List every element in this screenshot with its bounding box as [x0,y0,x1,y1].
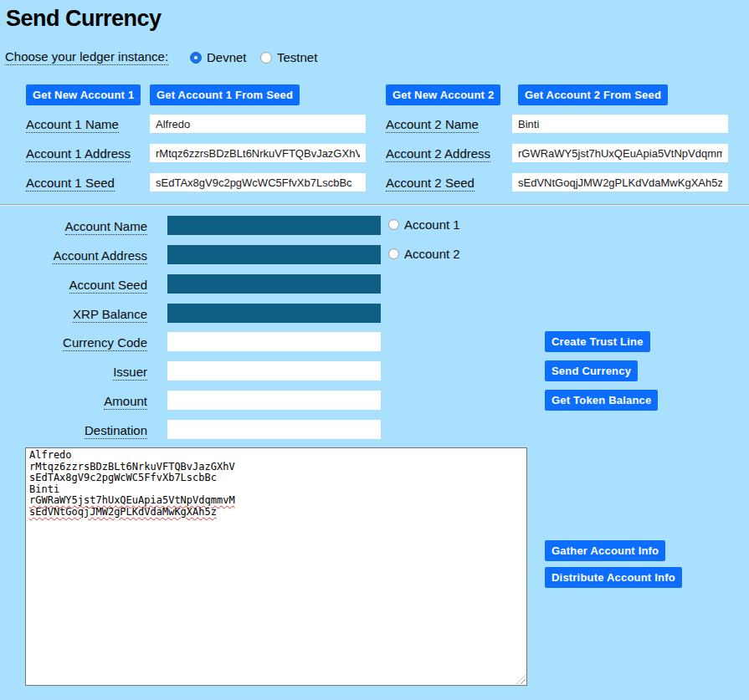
page-title: Send Currency [6,6,162,32]
account-seed-label: Account Seed [0,278,147,294]
send-currency-button[interactable]: Send Currency [545,360,638,381]
account1-name-label: Account 1 Name [26,118,119,133]
account-name-label: Account Name [0,220,147,235]
xrp-balance-input[interactable] [167,304,381,323]
result-line: rGWRaWY5jst7hUxQEuApia5VtNpVdqmmvM [29,495,523,507]
account1-radio[interactable] [388,219,399,230]
account2-name-label: Account 2 Name [386,118,479,133]
account-address-label: Account Address [0,249,147,264]
account2-seed-input[interactable] [512,173,728,192]
testnet-radio[interactable] [260,52,272,64]
amount-input[interactable] [167,391,381,410]
account2-address-label: Account 2 Address [386,147,490,162]
get-account1-from-seed-button[interactable]: Get Account 1 From Seed [150,84,300,105]
account2-name-input[interactable] [512,115,728,133]
testnet-radio-label[interactable]: Testnet [277,51,317,64]
destination-label: Destination [0,424,147,439]
account2-radio[interactable] [388,248,399,259]
account-address-input[interactable] [167,245,381,264]
get-new-account1-button[interactable]: Get New Account 1 [26,84,141,105]
issuer-label: Issuer [0,365,147,381]
result-line: Binti [29,484,523,496]
currency-code-label: Currency Code [0,336,147,351]
devnet-radio-label[interactable]: Devnet [207,51,247,64]
account1-name-input[interactable] [150,115,366,133]
textarea-resize-handle[interactable] [516,675,526,684]
get-new-account2-button[interactable]: Get New Account 2 [386,84,500,105]
currency-code-input[interactable] [167,332,381,351]
gather-account-info-button[interactable]: Gather Account Info [545,540,665,561]
result-line: sEdVNtGoqjJMW2gPLKdVdaMwKgXAh5z [29,507,523,519]
account-name-input[interactable] [167,216,381,235]
issuer-input[interactable] [167,361,381,381]
account1-radio-label[interactable]: Account 1 [404,218,460,232]
account-info-textarea[interactable]: Alfredo rMtqz6zzrsBDzBLt6NrkuVFTQBvJazGX… [25,447,527,686]
destination-input[interactable] [167,420,381,439]
account2-address-input[interactable] [512,144,728,162]
devnet-radio[interactable] [190,52,202,64]
result-line: sEdTAx8gV9c2pgWcWC5FfvXb7LscbBc [29,473,523,484]
account1-address-input[interactable] [150,144,366,162]
ledger-instance-label: Choose your ledger instance: [5,50,168,65]
create-trust-line-button[interactable]: Create Trust Line [545,331,650,352]
account1-seed-input[interactable] [150,173,366,192]
get-account2-from-seed-button[interactable]: Get Account 2 From Seed [518,84,668,105]
account1-seed-label: Account 1 Seed [26,176,115,192]
distribute-account-info-button[interactable]: Distribute Account Info [545,567,682,588]
result-line: Alfredo [29,450,523,462]
send-currency-page: Send Currency Choose your ledger instanc… [0,0,749,700]
result-line: rMtqz6zzrsBDzBLt6NrkuVFTQBvJazGXhV [29,462,523,473]
xrp-balance-label: XRP Balance [0,308,147,323]
get-token-balance-button[interactable]: Get Token Balance [545,390,658,411]
section-divider [0,204,749,206]
account2-radio-label[interactable]: Account 2 [404,248,460,261]
account2-seed-label: Account 2 Seed [386,176,475,192]
account-seed-input[interactable] [167,274,381,294]
amount-label: Amount [0,395,147,410]
account1-address-label: Account 1 Address [26,147,131,162]
